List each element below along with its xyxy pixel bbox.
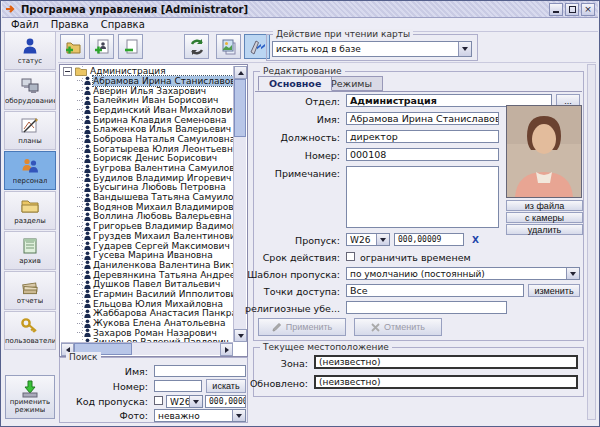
tree-collapse-handle[interactable] bbox=[63, 67, 72, 76]
tree-person-item[interactable]: Боброва Наталья Самуиловна bbox=[61, 134, 233, 144]
dropdown-arrow-icon[interactable] bbox=[458, 42, 471, 56]
tree-person-item[interactable]: Бусыгина Любовь Петровна bbox=[61, 183, 233, 193]
sidebar-item-sections[interactable]: разделы bbox=[4, 191, 56, 230]
tree-vertical-scrollbar[interactable] bbox=[233, 66, 246, 342]
tree-person-item[interactable]: Ельцова Юлия Михайловна bbox=[61, 299, 233, 309]
refresh-button[interactable] bbox=[184, 34, 209, 59]
tree-person-item[interactable]: Гударев Сергей Максимович bbox=[61, 241, 233, 251]
tree-person-item[interactable]: Богатырева Юлия Леонтьевна bbox=[61, 144, 233, 154]
position-field[interactable]: директор bbox=[346, 130, 499, 143]
tree-person-item[interactable]: Вандышева Татьяна Самуиловна bbox=[61, 192, 233, 202]
tab-main[interactable]: Основное bbox=[258, 76, 332, 91]
search-passcode-checkbox[interactable] bbox=[154, 396, 163, 405]
photo-from-camera-button[interactable]: с камеры bbox=[506, 212, 583, 223]
card-action-select[interactable]: искать код в базе bbox=[272, 41, 472, 57]
search-photo-select[interactable]: неважно bbox=[154, 409, 246, 422]
search-number-input[interactable] bbox=[154, 380, 202, 392]
cancel-button[interactable]: Отменить bbox=[354, 318, 442, 336]
tree-person-item[interactable]: Водянов Михаил Владимирович bbox=[61, 202, 233, 212]
tree-connector bbox=[77, 206, 82, 207]
tree-person-item[interactable]: Абрамова Ирина Станиславовна bbox=[61, 76, 233, 86]
tree-person-item[interactable]: Григорьев Владимир Вадимович bbox=[61, 221, 233, 231]
menu-file[interactable]: Файл bbox=[6, 19, 44, 30]
tree-person-item[interactable]: Бугрова Валентина Самуиловна bbox=[61, 163, 233, 173]
tree-person-item[interactable]: Будилов Владимир Игоревич bbox=[61, 173, 233, 183]
menu-edit[interactable]: Правка bbox=[46, 19, 94, 30]
validity-checkbox-label[interactable]: ограничить временем bbox=[360, 252, 471, 263]
sidebar-item-equipment[interactable]: оборудование bbox=[4, 71, 56, 110]
apply-button[interactable]: Применить bbox=[258, 318, 346, 336]
access-points-field[interactable]: Все bbox=[346, 284, 524, 297]
scroll-down-button[interactable] bbox=[234, 329, 247, 342]
tree-person-item[interactable]: Воллина Любовь Валерьевна bbox=[61, 212, 233, 222]
sidebar-item-plans[interactable]: планы bbox=[4, 111, 56, 150]
updated-label: Обновлено: bbox=[250, 378, 308, 389]
menu-help[interactable]: Справка bbox=[96, 19, 150, 30]
sidebar-item-label: персонал bbox=[13, 177, 48, 185]
close-button[interactable]: × bbox=[581, 3, 595, 16]
scroll-right-button[interactable] bbox=[220, 343, 233, 356]
tree-person-item[interactable]: Даниленкова Валентина Викторовна bbox=[61, 260, 233, 270]
pass-code-input[interactable]: 000,00009 bbox=[394, 233, 464, 246]
tree-person-item[interactable]: Балейкин Иван Борисович bbox=[61, 95, 233, 105]
remove-button[interactable] bbox=[118, 34, 143, 59]
access-change-button[interactable]: изменить bbox=[528, 284, 580, 297]
tree-person-item[interactable]: Груздев Михаил Валентинович bbox=[61, 231, 233, 241]
dropdown-arrow-icon[interactable] bbox=[189, 396, 202, 407]
maximize-button[interactable] bbox=[565, 3, 579, 16]
validity-checkbox[interactable] bbox=[346, 252, 355, 261]
sidebar-item-personnel[interactable]: персонал bbox=[4, 151, 56, 190]
personnel-tree[interactable]: Администрация Абрамова Ирина Станиславов… bbox=[61, 66, 233, 342]
tree-person-name: Жаббарова Анастасия Панкратьевна bbox=[93, 308, 233, 318]
add-department-button[interactable] bbox=[60, 34, 85, 59]
tree-person-item[interactable]: Блаженков Илья Валерьевич bbox=[61, 124, 233, 134]
dropdown-arrow-icon[interactable] bbox=[232, 410, 245, 421]
person-icon bbox=[84, 319, 91, 328]
person-icon bbox=[84, 96, 91, 105]
tree-person-item[interactable]: Деревянкина Татьяна Андреевна bbox=[61, 270, 233, 280]
vertical-scroll-thumb[interactable] bbox=[234, 79, 246, 137]
sidebar-item-archive[interactable]: архив bbox=[4, 231, 56, 270]
sidebar-item-reports[interactable]: отчеты bbox=[4, 271, 56, 310]
title-bar[interactable]: Программа управления [Administrator] × bbox=[2, 1, 598, 18]
note-label: Примечание: bbox=[275, 168, 340, 179]
tree-person-item[interactable]: Гусева Марина Ивановна bbox=[61, 250, 233, 260]
status-person-icon bbox=[20, 36, 40, 56]
minimize-button[interactable] bbox=[549, 3, 563, 16]
tree-root-row[interactable]: Администрация bbox=[61, 66, 233, 76]
sidebar-item-users[interactable]: пользователи bbox=[4, 311, 56, 350]
photo-delete-button[interactable]: удалить bbox=[506, 224, 583, 235]
tree-person-item[interactable]: Жаббарова Анастасия Панкратьевна bbox=[61, 309, 233, 319]
tree-person-item[interactable]: Аверин Илья Захарович bbox=[61, 86, 233, 96]
dropdown-arrow-icon[interactable] bbox=[376, 234, 389, 245]
tree-person-item[interactable]: Душков Павел Витальевич bbox=[61, 279, 233, 289]
note-textarea[interactable] bbox=[346, 166, 499, 228]
sidebar-item-status[interactable]: статус bbox=[4, 31, 56, 70]
tree-person-item[interactable]: Егармин Василий Ипполитович bbox=[61, 289, 233, 299]
card-action-group-title: Действие при чтении карты bbox=[273, 29, 413, 39]
pass-template-select[interactable]: по умолчанию (постоянный) bbox=[346, 267, 580, 280]
tree-person-item[interactable]: Жукова Елена Анатольевна bbox=[61, 318, 233, 328]
pass-clear-link[interactable]: X bbox=[472, 235, 479, 245]
pass-format-select[interactable]: W26 bbox=[346, 233, 390, 246]
search-name-input[interactable] bbox=[154, 365, 246, 377]
search-pass-code-input[interactable]: 000,00000 bbox=[205, 395, 246, 408]
tree-person-item[interactable]: Захаров Роман Назарович bbox=[61, 328, 233, 338]
religion-input[interactable] bbox=[346, 301, 507, 314]
tree-person-name: Бусыгина Любовь Петровна bbox=[93, 182, 226, 192]
tree-person-item[interactable]: Борисяк Денис Борисович bbox=[61, 154, 233, 164]
search-find-button[interactable]: искать bbox=[206, 379, 246, 393]
editor-group: Редактирование Основное Режимы Отдел: Ад… bbox=[253, 71, 584, 341]
scroll-up-button[interactable] bbox=[234, 66, 247, 79]
image-export-button[interactable] bbox=[216, 34, 241, 59]
editor-scrollbar-track[interactable] bbox=[587, 64, 596, 420]
photo-from-file-button[interactable]: из файла bbox=[506, 200, 583, 211]
tree-person-item[interactable]: Бердинский Иван Михайлович bbox=[61, 105, 233, 115]
tree-person-item[interactable]: Бирина Клавдия Семеновна bbox=[61, 115, 233, 125]
add-person-button[interactable] bbox=[89, 34, 114, 59]
search-pass-format-select[interactable]: W26 bbox=[166, 395, 203, 408]
apply-modes-button[interactable]: применить режимы bbox=[5, 375, 55, 419]
dropdown-arrow-icon[interactable] bbox=[566, 268, 579, 279]
name-field[interactable]: Абрамова Ирина Станиславовна bbox=[346, 112, 499, 125]
number-field[interactable]: 000108 bbox=[346, 148, 499, 161]
